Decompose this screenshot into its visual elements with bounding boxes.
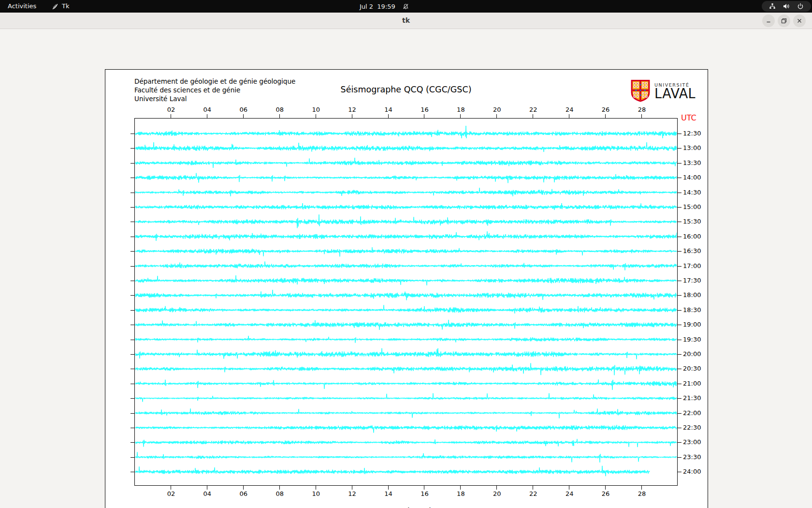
utc-time-label: 19:00 bbox=[683, 321, 701, 328]
trace-tick-right bbox=[678, 340, 682, 340]
maximize-button[interactable] bbox=[778, 15, 790, 27]
utc-time-label: 22:30 bbox=[683, 424, 701, 431]
trace-tick-right bbox=[678, 354, 682, 355]
screen: Activities Tk Jul 2 19:59 bbox=[0, 0, 812, 508]
x-tick-label-bottom: 16 bbox=[418, 490, 431, 497]
trace-tick-left bbox=[130, 369, 134, 369]
x-tick-top bbox=[569, 114, 569, 118]
trace-tick-left bbox=[130, 222, 134, 222]
x-tick-label-top: 22 bbox=[526, 106, 540, 113]
trace-tick-left bbox=[130, 134, 134, 134]
app-menu-label: Tk bbox=[62, 0, 69, 13]
x-tick-bottom bbox=[460, 486, 461, 490]
x-tick-label-top: 16 bbox=[418, 106, 431, 113]
trace-tick-left bbox=[130, 237, 134, 237]
trace-tick-right bbox=[678, 178, 682, 178]
trace-row-1300 bbox=[135, 142, 677, 152]
utc-time-label: 24:00 bbox=[683, 468, 701, 475]
trace-row-1430 bbox=[135, 188, 677, 196]
trace-tick-left bbox=[130, 266, 134, 267]
minimize-button[interactable] bbox=[762, 15, 775, 27]
x-tick-bottom bbox=[496, 486, 497, 490]
x-tick-label-top: 12 bbox=[346, 106, 359, 113]
x-tick-top bbox=[279, 114, 280, 118]
clock-menu-button[interactable]: Jul 2 19:59 bbox=[360, 0, 409, 13]
trace-tick-right bbox=[678, 457, 682, 458]
x-tick-bottom bbox=[424, 486, 424, 490]
trace-tick-right bbox=[678, 266, 682, 267]
x-tick-label-bottom: 08 bbox=[273, 490, 287, 497]
trace-tick-right bbox=[678, 295, 682, 296]
clock-label: Jul 2 19:59 bbox=[360, 3, 395, 10]
trace-tick-right bbox=[678, 384, 682, 384]
x-tick-bottom bbox=[243, 486, 244, 490]
x-tick-top bbox=[171, 114, 171, 118]
trace-row-1830 bbox=[135, 305, 677, 314]
trace-row-1500 bbox=[135, 203, 677, 210]
trace-tick-left bbox=[130, 354, 134, 355]
trace-tick-right bbox=[678, 222, 682, 222]
trace-row-1330 bbox=[135, 158, 677, 168]
utc-time-label: 13:30 bbox=[683, 159, 701, 166]
x-tick-bottom bbox=[605, 486, 606, 490]
trace-row-2100 bbox=[135, 379, 677, 389]
trace-tick-right bbox=[678, 428, 682, 428]
trace-tick-left bbox=[130, 472, 134, 472]
system-status-area[interactable] bbox=[762, 1, 811, 12]
utc-time-label: 14:30 bbox=[683, 189, 701, 196]
x-tick-bottom bbox=[207, 486, 207, 490]
x-tick-bottom bbox=[388, 486, 389, 490]
trace-tick-left bbox=[130, 310, 134, 311]
x-tick-label-bottom: 28 bbox=[635, 490, 649, 497]
x-tick-label-bottom: 14 bbox=[382, 490, 395, 497]
trace-row-2000 bbox=[135, 348, 677, 359]
utc-time-label: 13:00 bbox=[683, 144, 701, 151]
utc-time-label: 21:00 bbox=[683, 380, 701, 387]
trace-row-2230 bbox=[135, 425, 677, 433]
close-button[interactable] bbox=[793, 15, 806, 27]
gnome-top-bar: Activities Tk Jul 2 19:59 bbox=[0, 0, 812, 13]
trace-tick-right bbox=[678, 207, 682, 208]
power-icon bbox=[797, 2, 804, 10]
x-tick-label-top: 24 bbox=[563, 106, 576, 113]
utc-time-label: 16:30 bbox=[683, 247, 701, 254]
utc-time-label: 18:30 bbox=[683, 306, 701, 314]
x-tick-label-top: 04 bbox=[201, 106, 214, 113]
app-menu-button[interactable]: Tk bbox=[51, 0, 69, 13]
trace-tick-left bbox=[130, 281, 134, 281]
trace-row-1230 bbox=[135, 126, 677, 138]
activities-button[interactable]: Activities bbox=[8, 0, 36, 13]
trace-tick-right bbox=[678, 148, 682, 149]
x-tick-top bbox=[533, 114, 533, 118]
trace-tick-left bbox=[130, 384, 134, 384]
trace-tick-right bbox=[678, 369, 682, 369]
x-tick-top bbox=[316, 114, 316, 118]
x-tick-label-bottom: 26 bbox=[599, 490, 612, 497]
utc-time-label: 12:30 bbox=[683, 130, 701, 137]
trace-row-1530 bbox=[135, 214, 677, 228]
x-tick-bottom bbox=[316, 486, 316, 490]
x-tick-top bbox=[352, 114, 352, 118]
x-tick-label-bottom: 04 bbox=[201, 490, 214, 497]
trace-tick-right bbox=[678, 325, 682, 325]
trace-row-1600 bbox=[135, 231, 677, 241]
x-tick-label-top: 06 bbox=[237, 106, 250, 113]
x-tick-label-bottom: 20 bbox=[490, 490, 504, 497]
trace-tick-left bbox=[130, 457, 134, 458]
x-tick-label-top: 10 bbox=[309, 106, 323, 113]
trace-row-2400 bbox=[135, 466, 650, 476]
trace-tick-left bbox=[130, 442, 134, 443]
trace-tick-right bbox=[678, 163, 682, 164]
trace-tick-right bbox=[678, 281, 682, 281]
utc-time-label: 17:00 bbox=[683, 262, 701, 269]
minimize-icon bbox=[765, 17, 772, 24]
institution-line: Université Laval bbox=[134, 94, 295, 103]
restore-window-icon bbox=[781, 17, 787, 24]
utc-time-label: 22:00 bbox=[683, 409, 701, 417]
trace-tick-right bbox=[678, 251, 682, 252]
window-titlebar[interactable]: tk bbox=[0, 13, 812, 29]
x-tick-top bbox=[641, 114, 642, 118]
x-tick-bottom bbox=[279, 486, 280, 490]
trace-tick-left bbox=[130, 398, 134, 399]
window-title: tk bbox=[0, 13, 812, 29]
